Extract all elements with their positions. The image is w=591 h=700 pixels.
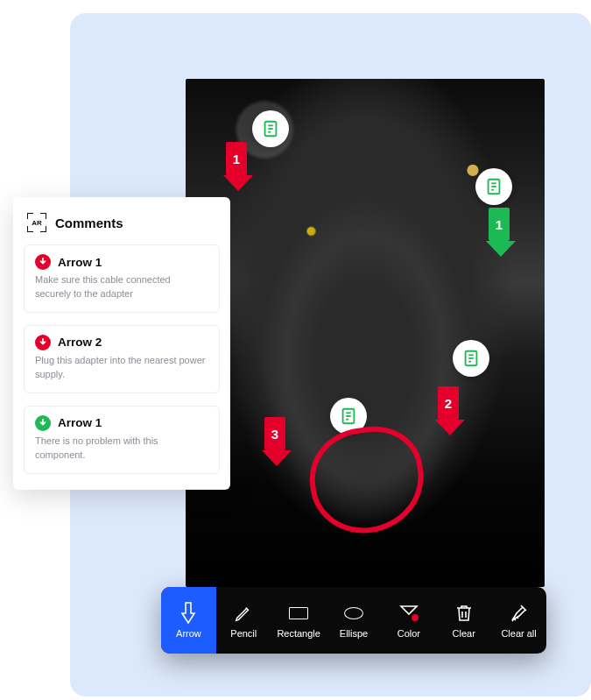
arrow-down-icon — [35, 254, 51, 270]
tool-label: Ellispe — [340, 628, 368, 639]
arrow-outline-icon — [177, 602, 200, 625]
tool-clear[interactable]: Clear — [436, 587, 491, 654]
trash-icon — [453, 602, 475, 625]
comment-title: Arrow 2 — [58, 336, 102, 349]
comment-card[interactable]: Arrow 1 There is no problem with this co… — [24, 406, 220, 474]
color-picker-icon — [398, 602, 420, 625]
comment-body: Plug this adapter into the nearest power… — [35, 354, 208, 382]
comment-card[interactable]: Arrow 1 Make sure this cable connected s… — [24, 244, 220, 313]
annotation-arrow[interactable]: 2 — [435, 386, 461, 435]
tool-label: Arrow — [176, 628, 201, 639]
annotation-arrow-number: 1 — [489, 208, 510, 241]
svg-point-16 — [412, 614, 419, 621]
tool-label: Clear all — [501, 628, 536, 639]
comment-card[interactable]: Arrow 2 Plug this adapter into the neare… — [24, 325, 220, 393]
tool-color[interactable]: Color — [381, 587, 436, 654]
tool-arrow[interactable]: Arrow — [161, 587, 216, 654]
annotation-note-icon[interactable] — [475, 168, 512, 205]
annotation-arrow[interactable]: 3 — [262, 417, 288, 466]
annotation-toolbar: Arrow Pencil Rectangle Ellispe Color Cle… — [161, 587, 546, 654]
ellipse-icon — [342, 602, 365, 625]
annotation-note-icon[interactable] — [453, 340, 489, 377]
comment-body: There is no problem with this component. — [35, 435, 208, 463]
annotation-arrow[interactable]: 1 — [486, 208, 512, 257]
tool-ellipse[interactable]: Ellispe — [327, 587, 382, 654]
tool-label: Color — [398, 628, 420, 639]
comment-title: Arrow 1 — [58, 416, 102, 429]
comments-header: AR Comments — [24, 209, 220, 244]
annotation-arrow-number: 2 — [438, 386, 459, 420]
tool-rectangle[interactable]: Rectangle — [271, 587, 327, 654]
tool-clear-all[interactable]: Clear all — [491, 587, 546, 654]
ar-icon: AR — [27, 213, 46, 232]
comment-body: Make sure this cable connected securely … — [35, 273, 208, 301]
tool-label: Clear — [453, 628, 475, 639]
annotation-note-icon[interactable] — [252, 110, 289, 147]
annotation-arrow-number: 1 — [226, 142, 247, 175]
pencil-icon — [232, 602, 255, 625]
arrow-down-icon — [35, 335, 51, 350]
comments-panel: AR Comments Arrow 1 Make sure this cable… — [13, 197, 230, 490]
comment-title: Arrow 1 — [58, 256, 102, 269]
arrow-down-icon — [35, 415, 51, 431]
tool-pencil[interactable]: Pencil — [216, 587, 271, 654]
comments-title: Comments — [55, 216, 123, 230]
broom-icon — [508, 602, 531, 625]
annotation-arrow[interactable]: 1 — [223, 142, 250, 191]
rectangle-icon — [287, 602, 310, 625]
tool-label: Pencil — [230, 628, 257, 639]
annotation-arrow-number: 3 — [264, 417, 285, 450]
tool-label: Rectangle — [277, 628, 320, 639]
